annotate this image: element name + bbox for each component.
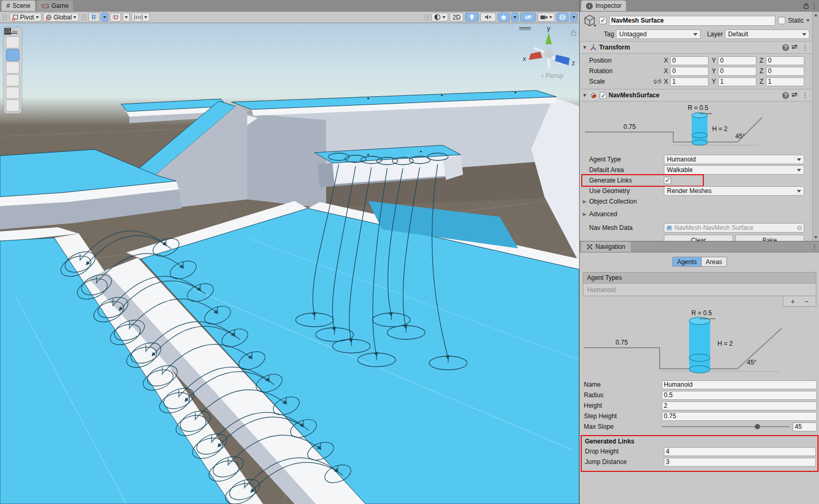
drop-height-row: Drop Height — [583, 446, 816, 457]
scroll-down-icon[interactable] — [814, 236, 817, 239]
tab-navigation[interactable]: Navigation — [581, 241, 631, 252]
agent-radius-field[interactable] — [662, 391, 817, 400]
perspective-label[interactable]: ‹ Persp — [541, 72, 563, 79]
component-menu-icon[interactable]: ⋮ — [800, 92, 810, 99]
tag-dropdown[interactable]: Untagged — [616, 29, 701, 39]
max-slope-slider[interactable] — [662, 422, 790, 431]
effects-toggle-button[interactable] — [498, 13, 510, 22]
jump-distance-field[interactable] — [664, 458, 816, 467]
component-enabled-checkbox[interactable] — [600, 92, 606, 99]
scene-3d-render: y x z — [0, 23, 579, 504]
diagram-radius-label: R = 0.5 — [687, 104, 708, 112]
rotate-tool[interactable] — [6, 62, 19, 74]
help-icon[interactable]: ? — [782, 92, 789, 99]
rotation-z-field[interactable] — [766, 67, 804, 76]
grid-visibility-button[interactable] — [88, 13, 99, 22]
2d-toggle-button[interactable]: 2D — [450, 13, 463, 22]
tab-inspector[interactable]: i Inspector — [581, 1, 626, 11]
grid-options-dropdown[interactable] — [101, 13, 108, 22]
foldout-arrow-icon[interactable]: ▼ — [582, 45, 588, 50]
scale-tool[interactable] — [6, 74, 19, 86]
transform-header[interactable]: ▼ Transform ? ⋮ — [580, 41, 813, 54]
position-x-field[interactable] — [670, 56, 709, 65]
camera-settings-button[interactable] — [538, 13, 555, 22]
inspector-menu-icon[interactable]: ⋮ — [809, 2, 819, 10]
agent-type-dropdown[interactable]: Humanoid — [664, 155, 804, 164]
chevron-down-icon — [572, 16, 575, 18]
position-y-field[interactable] — [718, 56, 756, 65]
lock-icon[interactable] — [803, 3, 809, 9]
scale-x-field[interactable] — [670, 77, 709, 86]
cube-icon[interactable] — [583, 14, 596, 27]
scene-viewport[interactable]: y x z — [0, 23, 579, 504]
hidden-objects-toggle[interactable] — [520, 13, 536, 22]
move-tool[interactable] — [6, 49, 19, 61]
object-collection-foldout[interactable]: ▶ Object Collection — [580, 196, 813, 207]
scale-y-field[interactable] — [718, 77, 756, 86]
view-hand-tool[interactable] — [6, 36, 19, 48]
tab-game[interactable]: Game — [37, 1, 74, 11]
transform-tool[interactable] — [6, 99, 19, 112]
gizmos-options-dropdown[interactable] — [570, 13, 578, 22]
agent-type-list-item[interactable]: Humanoid — [583, 284, 816, 296]
tab-scene-label: Scene — [13, 2, 31, 9]
rotation-x-field[interactable] — [670, 67, 709, 76]
presets-icon[interactable] — [791, 44, 798, 52]
gameobject-name-field[interactable] — [609, 16, 775, 26]
toolbar-handle[interactable] — [425, 14, 428, 21]
toolbar-handle[interactable] — [3, 14, 6, 21]
gameobject-active-checkbox[interactable] — [599, 17, 606, 24]
static-checkbox[interactable] — [778, 17, 785, 24]
effects-options-dropdown[interactable] — [511, 13, 519, 22]
tab-scene[interactable]: # Scene — [2, 1, 35, 11]
agent-name-field[interactable] — [662, 380, 817, 389]
max-slope-field[interactable] — [793, 422, 817, 431]
rotation-y-field[interactable] — [718, 67, 756, 76]
agent-step-height-field[interactable] — [662, 412, 817, 421]
generate-links-checkbox[interactable] — [664, 177, 671, 184]
component-menu-icon[interactable]: ⋮ — [800, 44, 810, 52]
agents-tab[interactable]: Agents — [672, 257, 701, 267]
audio-toggle-button[interactable] — [480, 13, 496, 22]
transform-icon — [590, 44, 597, 51]
nav-mesh-data-field[interactable]: NavMesh-NavMesh Surface ⊙ — [664, 223, 804, 233]
scroll-up-icon[interactable] — [814, 14, 817, 16]
step-height-row: Step Height — [580, 411, 819, 421]
gizmos-toggle-button[interactable] — [557, 13, 569, 22]
toolbar-handle[interactable] — [82, 14, 85, 21]
increment-snap-button[interactable] — [132, 13, 150, 22]
layer-dropdown[interactable]: Default — [725, 29, 810, 39]
link-broken-icon[interactable] — [653, 78, 662, 85]
rect-tool[interactable] — [6, 87, 19, 99]
areas-tab[interactable]: Areas — [702, 257, 727, 267]
shading-mode-dropdown[interactable] — [431, 13, 448, 22]
position-row: Position X Y Z — [580, 55, 813, 66]
position-z-field[interactable] — [766, 56, 804, 65]
snap-options-dropdown[interactable] — [123, 13, 130, 22]
add-agent-type-button[interactable]: + — [788, 298, 797, 305]
snap-button[interactable] — [110, 13, 121, 22]
global-button[interactable]: Global — [43, 13, 79, 22]
pivot-button[interactable]: Pivot — [9, 13, 42, 22]
advanced-foldout[interactable]: ▶ Advanced — [580, 209, 813, 219]
drop-height-field[interactable] — [664, 447, 816, 456]
static-dropdown-icon[interactable] — [806, 19, 810, 22]
agent-height-field[interactable] — [662, 401, 817, 410]
lighting-toggle-button[interactable] — [465, 13, 479, 22]
slider-handle[interactable] — [755, 424, 760, 429]
navigation-menu-icon[interactable]: ⋮ — [810, 243, 819, 251]
inspector-scrollbar[interactable] — [812, 12, 819, 241]
navmeshsurface-header[interactable]: ▼ NavMeshSurface ? ⋮ — [580, 89, 813, 102]
foldout-arrow-icon[interactable]: ▼ — [582, 93, 588, 98]
scene-grid-icon: # — [6, 2, 10, 9]
object-picker-icon[interactable]: ⊙ — [797, 224, 802, 231]
camera-overlay-handle[interactable] — [519, 26, 531, 31]
presets-icon[interactable] — [791, 92, 798, 99]
default-area-dropdown[interactable]: Walkable — [664, 165, 804, 175]
tab-game-label: Game — [52, 2, 69, 9]
scale-z-field[interactable] — [766, 77, 804, 86]
use-geometry-dropdown[interactable]: Render Meshes — [664, 186, 804, 196]
remove-agent-type-button[interactable]: − — [802, 298, 811, 305]
2d-label: 2D — [452, 14, 460, 21]
help-icon[interactable]: ? — [782, 44, 789, 51]
